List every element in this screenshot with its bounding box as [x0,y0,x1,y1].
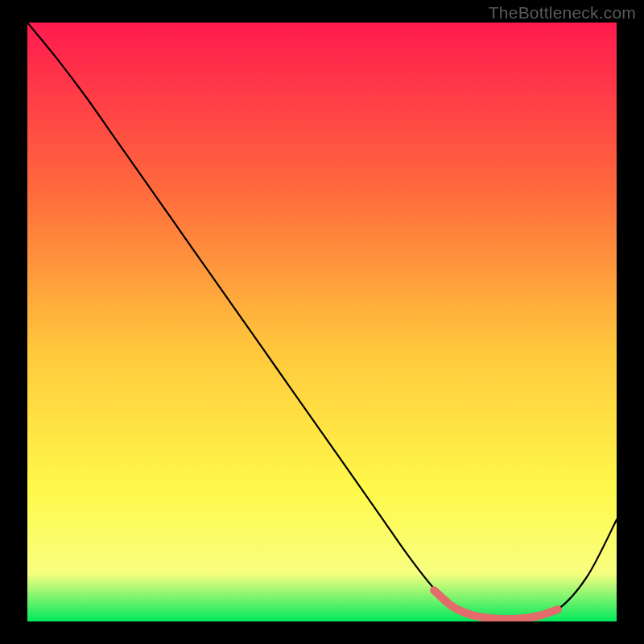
chart-svg [27,23,617,621]
chart-stage: TheBottleneck.com [0,0,644,644]
plot-area [27,23,617,621]
gradient-background [27,23,617,621]
watermark-text: TheBottleneck.com [489,3,636,23]
